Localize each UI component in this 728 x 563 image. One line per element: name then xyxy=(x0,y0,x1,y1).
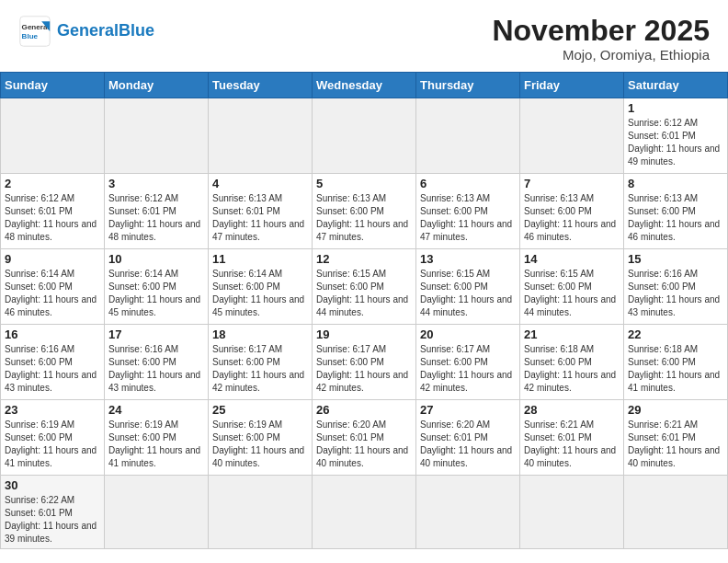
day-number: 8 xyxy=(628,177,723,190)
day-number: 23 xyxy=(5,403,100,417)
logo: General Blue GeneralBlue xyxy=(18,15,154,48)
day-cell xyxy=(313,98,416,174)
day-info: Sunrise: 6:21 AM Sunset: 6:01 PM Dayligh… xyxy=(628,419,723,470)
day-info: Sunrise: 6:19 AM Sunset: 6:00 PM Dayligh… xyxy=(108,419,204,470)
day-number: 26 xyxy=(316,403,412,417)
location: Mojo, Oromiya, Ethiopia xyxy=(492,47,710,63)
day-cell: 8Sunrise: 6:13 AM Sunset: 6:00 PM Daylig… xyxy=(624,174,728,249)
day-info: Sunrise: 6:20 AM Sunset: 6:01 PM Dayligh… xyxy=(316,419,412,470)
day-cell: 10Sunrise: 6:14 AM Sunset: 6:00 PM Dayli… xyxy=(105,249,209,325)
day-number: 28 xyxy=(524,403,620,417)
day-info: Sunrise: 6:14 AM Sunset: 6:00 PM Dayligh… xyxy=(5,268,100,319)
day-number: 30 xyxy=(5,478,100,492)
day-number: 7 xyxy=(524,177,620,190)
day-info: Sunrise: 6:12 AM Sunset: 6:01 PM Dayligh… xyxy=(108,192,204,244)
day-number: 9 xyxy=(5,252,100,266)
day-of-week-tuesday: Tuesday xyxy=(209,73,313,98)
day-cell xyxy=(520,476,624,549)
day-cell: 16Sunrise: 6:16 AM Sunset: 6:00 PM Dayli… xyxy=(1,325,105,400)
day-cell: 20Sunrise: 6:17 AM Sunset: 6:00 PM Dayli… xyxy=(416,325,520,400)
page-header: General Blue GeneralBlue November 2025 M… xyxy=(0,0,728,72)
day-number: 13 xyxy=(420,252,516,266)
day-info: Sunrise: 6:12 AM Sunset: 6:01 PM Dayligh… xyxy=(5,192,100,244)
day-info: Sunrise: 6:17 AM Sunset: 6:00 PM Dayligh… xyxy=(316,343,412,395)
day-info: Sunrise: 6:13 AM Sunset: 6:01 PM Dayligh… xyxy=(212,192,308,244)
day-number: 19 xyxy=(316,327,412,341)
day-info: Sunrise: 6:18 AM Sunset: 6:00 PM Dayligh… xyxy=(628,343,723,395)
week-row-1: 1Sunrise: 6:12 AM Sunset: 6:01 PM Daylig… xyxy=(1,98,728,174)
day-number: 3 xyxy=(108,177,204,190)
day-of-week-monday: Monday xyxy=(105,73,209,98)
day-number: 20 xyxy=(420,327,516,341)
day-cell: 13Sunrise: 6:15 AM Sunset: 6:00 PM Dayli… xyxy=(416,249,520,325)
day-cell: 19Sunrise: 6:17 AM Sunset: 6:00 PM Dayli… xyxy=(313,325,416,400)
day-cell: 11Sunrise: 6:14 AM Sunset: 6:00 PM Dayli… xyxy=(209,249,313,325)
day-number: 29 xyxy=(628,403,723,417)
day-number: 27 xyxy=(420,403,516,417)
day-info: Sunrise: 6:19 AM Sunset: 6:00 PM Dayligh… xyxy=(212,419,308,470)
day-number: 2 xyxy=(5,177,100,190)
week-row-4: 16Sunrise: 6:16 AM Sunset: 6:00 PM Dayli… xyxy=(1,325,728,400)
day-cell: 3Sunrise: 6:12 AM Sunset: 6:01 PM Daylig… xyxy=(105,174,209,249)
logo-text: GeneralBlue xyxy=(57,22,154,40)
day-cell: 29Sunrise: 6:21 AM Sunset: 6:01 PM Dayli… xyxy=(624,400,728,476)
day-cell: 18Sunrise: 6:17 AM Sunset: 6:00 PM Dayli… xyxy=(209,325,313,400)
day-info: Sunrise: 6:17 AM Sunset: 6:00 PM Dayligh… xyxy=(212,343,308,395)
day-number: 12 xyxy=(316,252,412,266)
day-cell: 26Sunrise: 6:20 AM Sunset: 6:01 PM Dayli… xyxy=(313,400,416,476)
logo-blue: Blue xyxy=(119,21,154,40)
day-number: 17 xyxy=(108,327,204,341)
day-number: 21 xyxy=(524,327,620,341)
day-of-week-saturday: Saturday xyxy=(624,73,728,98)
day-info: Sunrise: 6:13 AM Sunset: 6:00 PM Dayligh… xyxy=(420,192,516,244)
day-info: Sunrise: 6:18 AM Sunset: 6:00 PM Dayligh… xyxy=(524,343,620,395)
day-cell xyxy=(313,476,416,549)
day-cell: 5Sunrise: 6:13 AM Sunset: 6:00 PM Daylig… xyxy=(313,174,416,249)
logo-general: General xyxy=(57,21,119,40)
day-number: 10 xyxy=(108,252,204,266)
day-number: 16 xyxy=(5,327,100,341)
day-cell: 27Sunrise: 6:20 AM Sunset: 6:01 PM Dayli… xyxy=(416,400,520,476)
calendar: SundayMondayTuesdayWednesdayThursdayFrid… xyxy=(0,72,728,549)
day-number: 6 xyxy=(420,177,516,190)
day-info: Sunrise: 6:16 AM Sunset: 6:00 PM Dayligh… xyxy=(628,268,723,319)
day-info: Sunrise: 6:15 AM Sunset: 6:00 PM Dayligh… xyxy=(316,268,412,319)
day-cell: 22Sunrise: 6:18 AM Sunset: 6:00 PM Dayli… xyxy=(624,325,728,400)
day-cell: 21Sunrise: 6:18 AM Sunset: 6:00 PM Dayli… xyxy=(520,325,624,400)
day-info: Sunrise: 6:12 AM Sunset: 6:01 PM Dayligh… xyxy=(628,117,723,168)
day-of-week-sunday: Sunday xyxy=(1,73,105,98)
day-info: Sunrise: 6:16 AM Sunset: 6:00 PM Dayligh… xyxy=(108,343,204,395)
day-cell: 24Sunrise: 6:19 AM Sunset: 6:00 PM Dayli… xyxy=(105,400,209,476)
day-cell: 15Sunrise: 6:16 AM Sunset: 6:00 PM Dayli… xyxy=(624,249,728,325)
month-title: November 2025 xyxy=(492,15,710,47)
week-row-2: 2Sunrise: 6:12 AM Sunset: 6:01 PM Daylig… xyxy=(1,174,728,249)
day-cell xyxy=(209,98,313,174)
day-cell: 28Sunrise: 6:21 AM Sunset: 6:01 PM Dayli… xyxy=(520,400,624,476)
day-info: Sunrise: 6:19 AM Sunset: 6:00 PM Dayligh… xyxy=(5,419,100,470)
day-info: Sunrise: 6:13 AM Sunset: 6:00 PM Dayligh… xyxy=(628,192,723,244)
day-cell: 7Sunrise: 6:13 AM Sunset: 6:00 PM Daylig… xyxy=(520,174,624,249)
day-cell: 2Sunrise: 6:12 AM Sunset: 6:01 PM Daylig… xyxy=(1,174,105,249)
day-header-row: SundayMondayTuesdayWednesdayThursdayFrid… xyxy=(1,73,728,98)
day-number: 14 xyxy=(524,252,620,266)
svg-text:Blue: Blue xyxy=(22,32,39,40)
day-cell: 4Sunrise: 6:13 AM Sunset: 6:01 PM Daylig… xyxy=(209,174,313,249)
day-number: 25 xyxy=(212,403,308,417)
day-info: Sunrise: 6:13 AM Sunset: 6:00 PM Dayligh… xyxy=(316,192,412,244)
day-cell: 12Sunrise: 6:15 AM Sunset: 6:00 PM Dayli… xyxy=(313,249,416,325)
day-of-week-wednesday: Wednesday xyxy=(313,73,416,98)
day-info: Sunrise: 6:21 AM Sunset: 6:01 PM Dayligh… xyxy=(524,419,620,470)
day-info: Sunrise: 6:16 AM Sunset: 6:00 PM Dayligh… xyxy=(5,343,100,395)
logo-icon: General Blue xyxy=(18,15,51,48)
week-row-3: 9Sunrise: 6:14 AM Sunset: 6:00 PM Daylig… xyxy=(1,249,728,325)
day-cell xyxy=(416,476,520,549)
day-info: Sunrise: 6:15 AM Sunset: 6:00 PM Dayligh… xyxy=(524,268,620,319)
week-row-6: 30Sunrise: 6:22 AM Sunset: 6:01 PM Dayli… xyxy=(1,476,728,549)
day-cell xyxy=(1,98,105,174)
day-number: 22 xyxy=(628,327,723,341)
day-cell xyxy=(209,476,313,549)
day-cell xyxy=(624,476,728,549)
day-cell: 6Sunrise: 6:13 AM Sunset: 6:00 PM Daylig… xyxy=(416,174,520,249)
day-cell xyxy=(520,98,624,174)
day-info: Sunrise: 6:13 AM Sunset: 6:00 PM Dayligh… xyxy=(524,192,620,244)
